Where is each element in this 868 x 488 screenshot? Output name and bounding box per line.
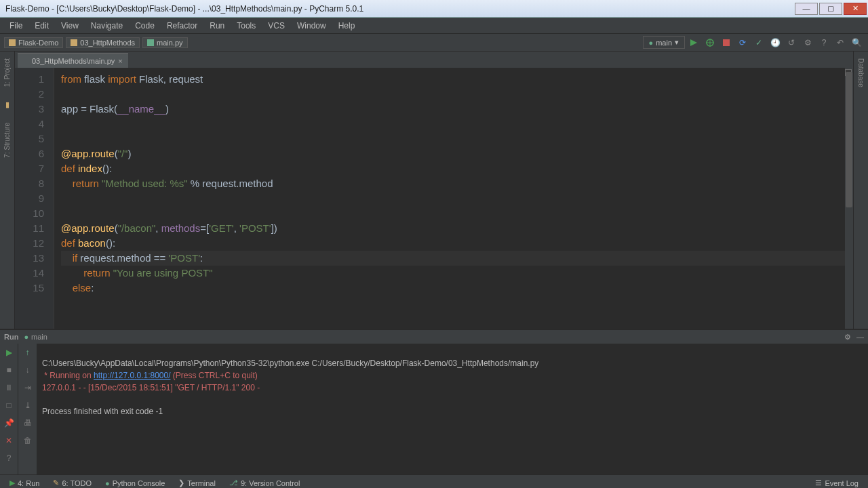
todo-tab[interactable]: ✎6: TODO (47, 477, 97, 488)
python-file-icon (147, 39, 154, 46)
pause-button[interactable]: ⏸ (3, 382, 15, 394)
code-line[interactable]: return "You are using POST" (61, 266, 853, 281)
bottom-tool-tabs: ▶4: Run ✎6: TODO ●Python Console ❯Termin… (0, 474, 868, 488)
settings-icon[interactable]: ⚙ (844, 333, 851, 342)
maximize-button[interactable]: ▢ (819, 3, 842, 15)
run-toolbar-left2: ↑ ↓ ⇥ ⤓ 🖶 🗑 (18, 344, 37, 474)
line-number: 4 (15, 117, 44, 131)
menu-run[interactable]: Run (204, 20, 230, 32)
code-line[interactable]: @app.route("/") (61, 146, 853, 161)
scroll-to-end-icon[interactable]: ⤓ (22, 399, 34, 411)
vcs-update-icon[interactable]: ⟳ (735, 36, 750, 49)
output-running-suffix: (Press CTRL+C to quit) (171, 371, 258, 380)
version-control-tab[interactable]: ⎇9: Version Control (224, 477, 305, 488)
breadcrumb-file[interactable]: main.py (142, 37, 188, 48)
database-tool-button[interactable]: Database (857, 54, 865, 92)
close-button[interactable]: ✕ (844, 3, 867, 15)
bookmark-icon[interactable]: ▮ (5, 100, 9, 109)
soft-wrap-icon[interactable]: ⇥ (22, 382, 34, 394)
chevron-down-icon: ▾ (675, 38, 679, 47)
line-number: 12 (15, 236, 44, 251)
menu-code[interactable]: Code (130, 20, 160, 32)
debug-button[interactable] (703, 36, 717, 49)
code-line[interactable]: def bacon(): (61, 236, 853, 251)
help-icon[interactable]: ? (3, 452, 15, 464)
run-header-config: main (31, 333, 47, 341)
navigation-bar: Flask-Demo 03_HttpMethods main.py ● main… (0, 34, 868, 52)
code-line[interactable]: from flask import Flask, request (61, 72, 853, 87)
python-console-tab[interactable]: ●Python Console (100, 478, 170, 489)
terminal-tab[interactable]: ❯Terminal (173, 477, 221, 488)
menu-help[interactable]: Help (333, 20, 361, 32)
run-tab[interactable]: ▶4: Run (4, 477, 45, 488)
code-line[interactable]: else: (61, 281, 853, 296)
line-number: 9 (15, 191, 44, 206)
python-icon: ● (649, 39, 654, 47)
vcs-revert-icon[interactable]: ↺ (784, 36, 799, 49)
output-running-prefix: * Running on (42, 371, 94, 380)
code-content[interactable]: from flask import Flask, request app = F… (54, 68, 853, 329)
help-icon[interactable]: ? (816, 36, 831, 49)
code-editor[interactable]: 123456789101112131415 from flask import … (15, 68, 853, 329)
folder-icon (71, 39, 77, 46)
code-line[interactable] (61, 206, 853, 221)
up-stack-icon[interactable]: ↑ (22, 346, 34, 359)
search-icon[interactable]: 🔍 (849, 36, 864, 49)
scrollbar-track[interactable] (845, 68, 853, 329)
line-number: 8 (15, 176, 44, 191)
code-line[interactable] (61, 87, 853, 102)
code-line[interactable]: if request.method == 'POST': (61, 251, 853, 266)
code-line[interactable]: def index(): (61, 161, 853, 176)
left-tool-strip: 1: Project ▮ 7: Structure (0, 52, 15, 329)
event-log-tab[interactable]: ☰Event Log (810, 477, 864, 488)
line-number: 7 (15, 161, 44, 176)
run-config-selector[interactable]: ● main ▾ (643, 36, 686, 49)
menu-tools[interactable]: Tools (231, 20, 261, 32)
menu-bar: FileEditViewNavigateCodeRefactorRunTools… (0, 18, 868, 34)
undo-icon[interactable]: ↶ (833, 36, 848, 49)
output-url-link[interactable]: http://127.0.0.1:8000/ (94, 371, 170, 380)
svg-marker-0 (690, 39, 697, 46)
editor-tab[interactable]: 03_HttpMethods\main.py × (18, 53, 128, 68)
stop-button[interactable] (719, 36, 734, 49)
minimize-button[interactable]: — (795, 3, 818, 15)
code-line[interactable]: app = Flask(__name__) (61, 102, 853, 117)
run-button[interactable] (686, 36, 701, 49)
hide-panel-icon[interactable]: — (856, 333, 864, 341)
breadcrumb-folder[interactable]: 03_HttpMethods (66, 37, 140, 48)
menu-vcs[interactable]: VCS (262, 20, 290, 32)
menu-edit[interactable]: Edit (29, 20, 54, 32)
restore-layout-icon[interactable]: □ (3, 399, 15, 411)
vcs-commit-icon[interactable]: ✓ (751, 36, 766, 49)
menu-window[interactable]: Window (292, 20, 332, 32)
close-run-icon[interactable]: ✕ (3, 434, 15, 447)
line-number: 6 (15, 146, 44, 161)
menu-file[interactable]: File (4, 20, 28, 32)
code-line[interactable] (61, 131, 853, 146)
close-tab-icon[interactable]: × (118, 57, 122, 65)
rerun-button[interactable]: ▶ (3, 346, 15, 359)
vcs-history-icon[interactable]: 🕘 (768, 36, 783, 49)
menu-refactor[interactable]: Refactor (161, 20, 203, 32)
menu-navigate[interactable]: Navigate (85, 20, 128, 32)
print-icon[interactable]: 🖶 (22, 417, 34, 429)
down-stack-icon[interactable]: ↓ (22, 364, 34, 376)
clear-all-icon[interactable]: 🗑 (22, 434, 34, 447)
run-output[interactable]: C:\Users\Bucky\AppData\Local\Programs\Py… (37, 344, 868, 474)
output-command: C:\Users\Bucky\AppData\Local\Programs\Py… (42, 359, 538, 368)
breadcrumb-label: Flask-Demo (18, 39, 58, 47)
menu-view[interactable]: View (56, 20, 84, 32)
breadcrumb-project[interactable]: Flask-Demo (4, 37, 63, 48)
structure-tool-button[interactable]: 7: Structure (3, 119, 11, 162)
stop-button[interactable]: ■ (3, 364, 15, 376)
settings-icon[interactable]: ⚙ (800, 36, 815, 49)
scrollbar-thumb[interactable] (846, 72, 852, 207)
code-line[interactable] (61, 191, 853, 206)
code-line[interactable]: @app.route("/bacon", methods=['GET', 'PO… (61, 221, 853, 236)
code-line[interactable]: return "Method used: %s" % request.metho… (61, 176, 853, 191)
run-header-title: Run (4, 333, 18, 341)
output-exit: Process finished with exit code -1 (42, 407, 163, 416)
code-line[interactable] (61, 117, 853, 131)
pin-icon[interactable]: 📌 (3, 417, 15, 429)
project-tool-button[interactable]: 1: Project (3, 54, 11, 91)
